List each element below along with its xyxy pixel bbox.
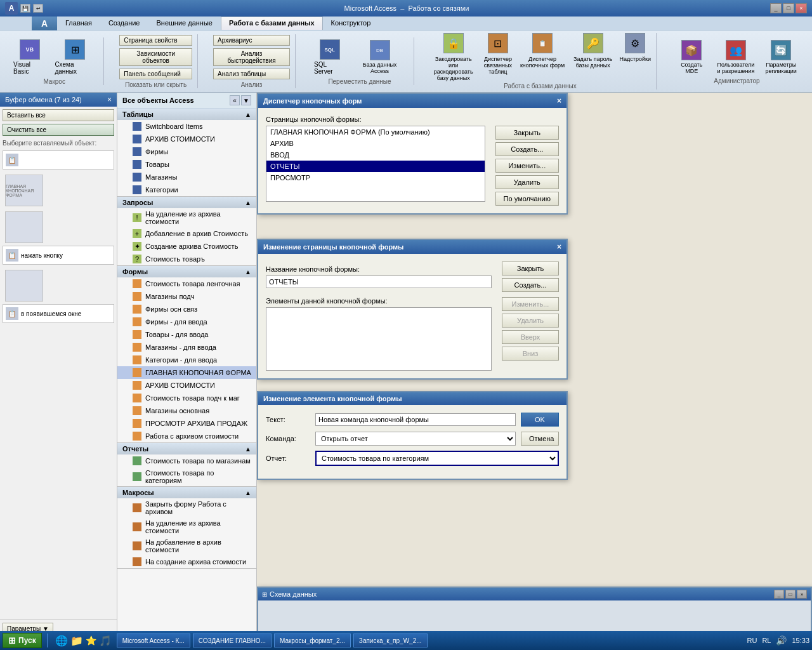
page-item-0[interactable]: ГЛАВНАЯ КНОПОЧНАЯ ФОРМА (По умолчанию) xyxy=(266,126,485,138)
page-props-btn[interactable]: Страница свойств xyxy=(119,35,192,46)
paste-all-btn[interactable]: Вставить все xyxy=(3,109,114,121)
switchboard-edit-btn[interactable]: Изменить... xyxy=(495,159,559,173)
start-button[interactable]: ⊞ Пуск xyxy=(3,633,42,648)
nav-item-f9[interactable]: АРХИВ СТОИМОСТИ xyxy=(117,379,256,392)
nav-item-f2[interactable]: Магазины подч xyxy=(117,290,256,303)
nav-item-f8[interactable]: ГЛАВНАЯ КНОПОЧНАЯ ФОРМА xyxy=(117,366,256,379)
clipboard-thumb-2[interactable] xyxy=(3,209,114,246)
nav-item-f11[interactable]: Магазины основная xyxy=(117,404,256,417)
visual-basic-btn[interactable]: VB Visual Basic xyxy=(10,37,49,77)
nav-options-btn[interactable]: ▼ xyxy=(241,95,251,105)
pages-list[interactable]: ГЛАВНАЯ КНОПОЧНАЯ ФОРМА (По умолчанию) А… xyxy=(266,126,485,202)
folder-icon[interactable]: 📁 xyxy=(70,635,83,647)
encrypt-btn[interactable]: 🔒 xyxy=(443,33,464,53)
tab-designer[interactable]: Конструктор xyxy=(323,17,379,30)
page-item-1[interactable]: АРХИВ xyxy=(266,138,485,149)
nav-collapse-btn[interactable]: « xyxy=(230,95,240,105)
linked-tables-btn[interactable]: ⊡ xyxy=(488,33,508,53)
taskbar-sound[interactable]: 🔊 xyxy=(776,635,787,646)
edit-page-down-btn[interactable]: Вниз xyxy=(502,347,559,361)
page-item-2[interactable]: ВВОД xyxy=(266,149,485,161)
nav-section-header-queries[interactable]: Запросы ▲ xyxy=(117,197,256,208)
nav-item-f5[interactable]: Товары - для ввода xyxy=(117,328,256,341)
schema-close[interactable]: × xyxy=(797,590,807,599)
nav-item-f13[interactable]: Работа с архивом стоимости xyxy=(117,430,256,442)
quick-undo[interactable]: ↩ xyxy=(33,4,43,13)
edit-page-delete-btn[interactable]: Удалить xyxy=(502,314,559,328)
nav-item-archive-cost[interactable]: АРХИВ СТОИМОСТИ xyxy=(117,133,256,145)
nav-section-header-tables[interactable]: Таблицы ▲ xyxy=(117,109,256,120)
clipboard-thumb-1[interactable]: ГЛАВНАЯ КНОПОЧНАЯ ФОРМА xyxy=(3,172,114,209)
nav-item-q1[interactable]: ! На удаление из архива стоимости xyxy=(117,208,256,227)
clipboard-item-window[interactable]: 📋 в появившемся окне xyxy=(3,304,114,323)
perf-analysis-btn[interactable]: Анализ быстродействия xyxy=(213,48,290,66)
edit-page-close-btn[interactable]: Закрыть xyxy=(502,262,559,275)
replication-btn[interactable]: 🔄 Параметры репликации xyxy=(760,38,802,76)
sql-server-btn[interactable]: SQL SQL Server xyxy=(311,37,348,77)
create-mde-btn[interactable]: 📦 Создать MDE xyxy=(672,38,712,76)
nav-section-header-macros[interactable]: Макросы ▲ xyxy=(117,487,256,498)
taskbar-create[interactable]: СОЗДАНИЕ ГЛАВНО... xyxy=(193,633,272,647)
nav-item-r1[interactable]: Стоимость товара по магазинам xyxy=(117,454,256,467)
dialog-edit-page-close[interactable]: × xyxy=(557,242,561,251)
items-list[interactable] xyxy=(266,307,492,371)
nav-section-header-reports[interactable]: Отчеты ▲ xyxy=(117,443,256,454)
tab-external[interactable]: Внешние данные xyxy=(148,17,221,30)
close-btn[interactable]: × xyxy=(796,3,807,13)
star-icon[interactable]: ⭐ xyxy=(86,635,96,646)
text-input[interactable] xyxy=(315,413,516,426)
switchboard-delete-btn[interactable]: Удалить xyxy=(495,175,559,189)
nav-item-categories[interactable]: Категории xyxy=(117,183,256,196)
nav-item-m3[interactable]: На добавление в архив стоимости xyxy=(117,536,256,555)
clipboard-thumb-3[interactable] xyxy=(3,267,114,304)
switchboard-close-btn[interactable]: Закрыть xyxy=(495,126,559,140)
nav-item-shops[interactable]: Магазины xyxy=(117,171,256,183)
nav-item-f4[interactable]: Фирмы - для ввода xyxy=(117,315,256,328)
nav-section-header-forms[interactable]: Формы ▲ xyxy=(117,266,256,277)
nav-item-m1[interactable]: Закрыть форму Работа с архивом xyxy=(117,498,256,517)
nav-item-goods[interactable]: Товары xyxy=(117,158,256,171)
office-btn[interactable]: A xyxy=(32,17,57,30)
nav-item-r2[interactable]: Стоимость товара по категориям xyxy=(117,467,256,486)
restore-btn[interactable]: □ xyxy=(783,3,794,13)
quick-save[interactable]: 💾 xyxy=(20,4,30,13)
report-select[interactable]: Стоимость товара по категориям xyxy=(315,451,559,466)
clipboard-item-1[interactable]: 📋 xyxy=(3,150,114,169)
nav-item-firms[interactable]: Фирмы xyxy=(117,145,256,158)
nav-item-f7[interactable]: Категории - для ввода xyxy=(117,354,256,366)
cancel-btn[interactable]: Отмена xyxy=(521,432,559,446)
nav-item-q3[interactable]: ✦ Создание архива Стоимость xyxy=(117,240,256,253)
ok-btn[interactable]: OK xyxy=(521,413,559,427)
clipboard-close-btn[interactable]: × xyxy=(107,95,112,104)
tab-home[interactable]: Главная xyxy=(57,17,100,30)
table-analysis-btn[interactable]: Анализ таблицы xyxy=(213,69,290,79)
form-name-input[interactable] xyxy=(266,275,492,288)
media-icon[interactable]: 🎵 xyxy=(99,635,112,647)
tab-db-tools[interactable]: Работа с базами данных xyxy=(221,17,323,30)
edit-page-create-btn[interactable]: Создать... xyxy=(502,278,559,292)
edit-page-up-btn[interactable]: Вверх xyxy=(502,330,559,344)
page-item-4[interactable]: ПРОСМОТР xyxy=(266,172,485,183)
schema-btn[interactable]: ⊞ Схема данных xyxy=(51,37,98,77)
nav-item-f12[interactable]: ПРОСМОТР АРХИВА ПРОДАЖ xyxy=(117,417,256,430)
object-deps-btn[interactable]: Зависимости объектов xyxy=(119,48,192,66)
switchboard-default-btn[interactable]: По умолчанию xyxy=(495,192,559,206)
dialog-switchboard-close[interactable]: × xyxy=(557,96,561,105)
msg-panel-btn[interactable]: Панель сообщений xyxy=(119,69,192,79)
nav-item-m2[interactable]: На удаление из архива стоимости xyxy=(117,517,256,536)
archivarius-btn[interactable]: Архивариус xyxy=(213,35,290,46)
schema-minimize[interactable]: _ xyxy=(774,590,784,599)
access-db-btn[interactable]: DB База данных Access xyxy=(351,38,409,76)
nav-item-f10[interactable]: Стоимость товара подч к маг xyxy=(117,392,256,404)
clear-all-btn[interactable]: Очистить все xyxy=(3,124,114,136)
clipboard-item-btn[interactable]: 📋 нажать кнопку xyxy=(3,246,114,265)
minimize-btn[interactable]: _ xyxy=(770,3,782,13)
nav-item-f1[interactable]: Стоимость товара ленточная xyxy=(117,277,256,290)
schema-restore[interactable]: □ xyxy=(785,590,796,599)
nav-item-f6[interactable]: Магазины - для ввода xyxy=(117,341,256,354)
command-select[interactable]: Открыть отчет xyxy=(315,432,516,446)
nav-item-f3[interactable]: Фирмы осн связ xyxy=(117,303,256,315)
edit-page-edit-btn[interactable]: Изменить... xyxy=(502,297,559,311)
ie-icon[interactable]: 🌐 xyxy=(55,635,68,647)
nav-item-q2[interactable]: + Добавление в архив Стоимость xyxy=(117,227,256,240)
